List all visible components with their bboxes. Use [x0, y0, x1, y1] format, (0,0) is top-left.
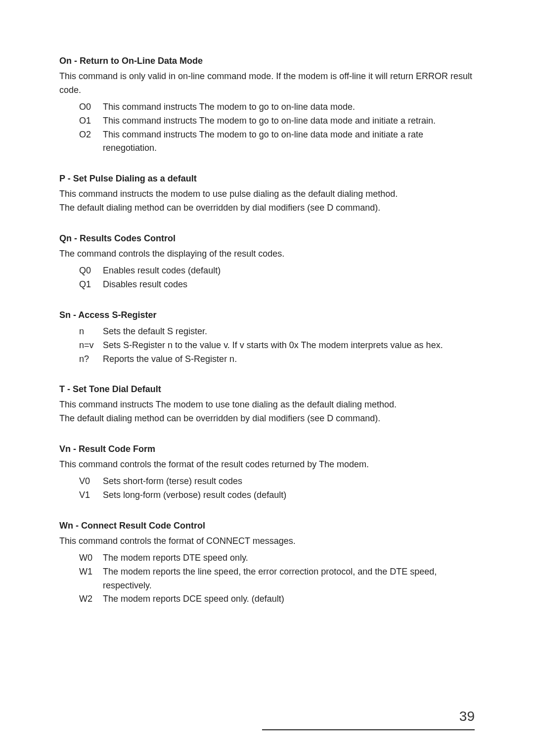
item-code: O0: [79, 100, 103, 114]
item-code: W0: [79, 551, 103, 565]
item-code: V1: [79, 489, 103, 502]
item-code: V0: [79, 475, 103, 489]
paragraph: This command is only valid in on-line co…: [59, 70, 475, 97]
item-code: Q0: [79, 264, 103, 278]
paragraph: The command controls the displaying of t…: [59, 247, 475, 261]
section-sn: Sn - Access S-Register n Sets the defaul…: [59, 309, 475, 366]
item-code: O1: [79, 114, 103, 128]
item-text: The modem reports the line speed, the er…: [103, 565, 475, 593]
section-heading: Vn - Result Code Form: [59, 443, 475, 456]
item-code: W2: [79, 592, 103, 606]
item-code: n=v: [79, 339, 103, 353]
item-code: O2: [79, 128, 103, 156]
section-vn: Vn - Result Code Form This command contr…: [59, 443, 475, 502]
paragraph: This command instructs The modem to use …: [59, 398, 475, 412]
item-text: The modem reports DCE speed only. (defau…: [103, 592, 475, 606]
item-code: n?: [79, 353, 103, 366]
item-code: W1: [79, 565, 103, 593]
item-text: Reports the value of S-Register n.: [103, 353, 475, 366]
item-text: Sets S-Register n to the value v. If v s…: [103, 339, 475, 353]
section-heading: T - Set Tone Dial Default: [59, 383, 475, 396]
section-heading: Sn - Access S-Register: [59, 309, 475, 322]
list-item: V0 Sets short-form (terse) result codes: [59, 475, 475, 489]
list-item: O0 This command instructs The modem to g…: [59, 100, 475, 114]
list-item: O2 This command instructs The modem to g…: [59, 128, 475, 156]
page-number: 39: [262, 709, 475, 724]
section-qn: Qn - Results Codes Control The command c…: [59, 232, 475, 292]
item-list: n Sets the default S register. n=v Sets …: [59, 325, 475, 366]
section-heading: Qn - Results Codes Control: [59, 232, 475, 245]
item-text: This command instructs The modem to go t…: [103, 128, 475, 156]
item-text: Sets long-form (verbose) result codes (d…: [103, 489, 475, 502]
document-page: On - Return to On-Line Data Mode This co…: [0, 0, 534, 756]
section-heading: P - Set Pulse Dialing as a default: [59, 172, 475, 185]
section-p: P - Set Pulse Dialing as a default This …: [59, 172, 475, 215]
paragraph: The default dialing method can be overri…: [59, 412, 475, 426]
list-item: n? Reports the value of S-Register n.: [59, 353, 475, 366]
item-code: n: [79, 325, 103, 339]
list-item: Q1 Disables result codes: [59, 278, 475, 292]
section-heading: On - Return to On-Line Data Mode: [59, 54, 475, 68]
section-wn: Wn - Connect Result Code Control This co…: [59, 519, 475, 606]
page-footer: 39: [262, 709, 475, 730]
item-text: Disables result codes: [103, 278, 475, 292]
section-t: T - Set Tone Dial Default This command i…: [59, 383, 475, 426]
item-text: Enables result codes (default): [103, 264, 475, 278]
list-item: W1 The modem reports the line speed, the…: [59, 565, 475, 593]
list-item: W0 The modem reports DTE speed only.: [59, 551, 475, 565]
item-code: Q1: [79, 278, 103, 292]
list-item: W2 The modem reports DCE speed only. (de…: [59, 592, 475, 606]
list-item: Q0 Enables result codes (default): [59, 264, 475, 278]
item-list: V0 Sets short-form (terse) result codes …: [59, 475, 475, 502]
item-list: Q0 Enables result codes (default) Q1 Dis…: [59, 264, 475, 292]
item-list: O0 This command instructs The modem to g…: [59, 100, 475, 156]
list-item: n Sets the default S register.: [59, 325, 475, 339]
section-heading: Wn - Connect Result Code Control: [59, 519, 475, 533]
item-text: This command instructs The modem to go t…: [103, 100, 475, 114]
item-text: The modem reports DTE speed only.: [103, 551, 475, 565]
item-text: Sets short-form (terse) result codes: [103, 475, 475, 489]
item-text: Sets the default S register.: [103, 325, 475, 339]
paragraph: This command controls the format of CONN…: [59, 534, 475, 548]
paragraph: The default dialing method can be overri…: [59, 201, 475, 215]
item-text: This command instructs The modem to go t…: [103, 114, 475, 128]
list-item: V1 Sets long-form (verbose) result codes…: [59, 489, 475, 502]
list-item: O1 This command instructs The modem to g…: [59, 114, 475, 128]
section-on: On - Return to On-Line Data Mode This co…: [59, 54, 475, 155]
footer-divider: [262, 729, 475, 730]
list-item: n=v Sets S-Register n to the value v. If…: [59, 339, 475, 353]
paragraph: This command instructs the modem to use …: [59, 187, 475, 201]
item-list: W0 The modem reports DTE speed only. W1 …: [59, 551, 475, 607]
paragraph: This command controls the format of the …: [59, 458, 475, 472]
